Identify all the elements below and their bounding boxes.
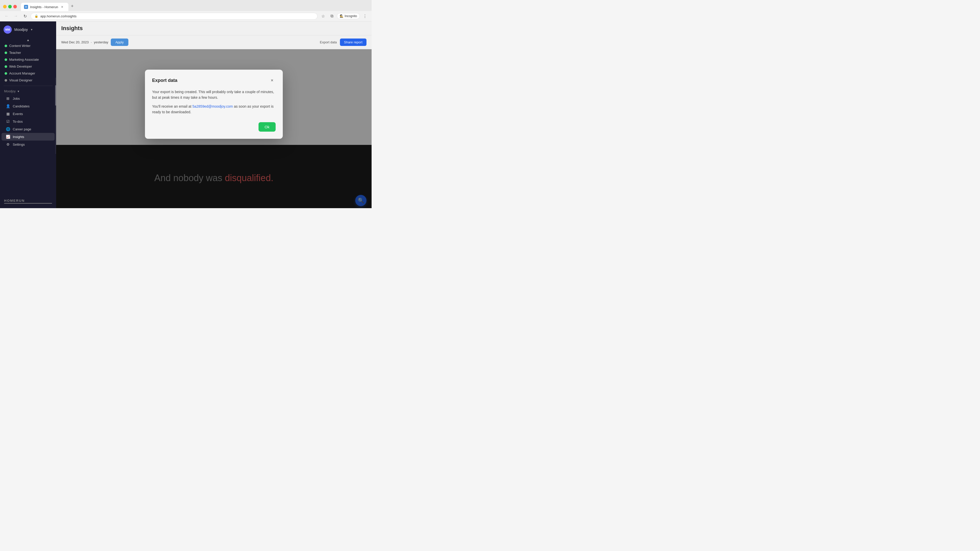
title-bar: H Insights - Homerun ✕ +: [0, 0, 372, 11]
job-item-label: Marketing Associate: [9, 58, 39, 62]
email-link[interactable]: 5a2859ed@moodjoy.com: [192, 104, 233, 108]
job-item[interactable]: Visual Designer: [3, 77, 54, 84]
job-item[interactable]: Marketing Associate: [3, 56, 54, 63]
incognito-icon: 🕵: [340, 14, 344, 18]
sidebar-item-insights[interactable]: 📈 Insights: [2, 133, 55, 141]
main-header: Insights: [56, 21, 372, 35]
new-tab-button[interactable]: +: [68, 2, 76, 11]
sidebar-item-career-page[interactable]: 🌐 Career page: [2, 125, 55, 133]
toolbar: Wed Dec 20, 2023 - yesterday Apply Expor…: [56, 35, 372, 49]
date-separator: -: [91, 40, 92, 44]
lock-icon: 🔒: [35, 14, 38, 18]
split-screen-button[interactable]: ⧉: [328, 13, 335, 20]
sidebar-item-events[interactable]: ▦ Events: [2, 110, 55, 118]
homerun-logo-underline: [4, 203, 52, 203]
tab-favicon: H: [24, 5, 28, 9]
job-list: Content Writer Teacher Marketing Associa…: [0, 42, 56, 84]
back-button[interactable]: ←: [3, 13, 10, 20]
insights-icon: 📈: [6, 135, 10, 139]
job-item-label: Account Manager: [9, 71, 35, 75]
job-item-label: Teacher: [9, 51, 21, 55]
content-area: And nobody was disqualified. 🔍 Export da…: [56, 49, 372, 208]
sidebar-item-todos[interactable]: ☑ To-dos: [2, 118, 55, 125]
scroll-up-button[interactable]: ▲: [0, 38, 56, 42]
export-modal: Export data × Your export is being creat…: [145, 70, 283, 139]
sidebar-item-settings[interactable]: ⚙ Settings: [2, 141, 55, 148]
export-data-button[interactable]: Export data: [320, 40, 337, 44]
incognito-label: Incognito: [345, 14, 357, 18]
minimize-button[interactable]: [3, 5, 6, 8]
modal-footer: Ok: [152, 122, 275, 132]
job-item-label: Visual Designer: [9, 78, 32, 82]
tab-close-button[interactable]: ✕: [60, 5, 64, 9]
career-page-icon: 🌐: [6, 127, 10, 131]
toolbar-right: Export data Share report: [320, 38, 366, 46]
avatar: MM: [3, 25, 12, 34]
section-label: Moodjoy: [4, 89, 16, 93]
close-window-button[interactable]: [13, 5, 17, 8]
date-from[interactable]: Wed Dec 20, 2023: [61, 40, 89, 44]
account-switcher[interactable]: MM Moodjoy ▾: [0, 21, 56, 38]
page-title: Insights: [61, 25, 366, 32]
todos-icon: ☑: [6, 119, 10, 124]
job-item-label: Web Developer: [9, 65, 32, 68]
job-status-dot: [5, 59, 7, 61]
url-bar[interactable]: 🔒 app.homerun.co/insights: [30, 13, 318, 20]
app-layout: MM Moodjoy ▾ ▲ Content Writer Teacher Ma…: [0, 21, 372, 208]
job-item[interactable]: Web Developer: [3, 63, 54, 70]
date-range: Wed Dec 20, 2023 - yesterday: [61, 40, 108, 44]
nav-right-icons: ☆ ⧉ 🕵 Incognito ⋮: [320, 13, 369, 20]
sidebar-item-label: Career page: [13, 127, 31, 131]
main-content: Insights Wed Dec 20, 2023 - yesterday Ap…: [56, 21, 372, 208]
job-item-label: Content Writer: [9, 44, 30, 48]
more-options-button[interactable]: ⋮: [361, 13, 369, 20]
sidebar-item-label: Settings: [13, 143, 25, 146]
jobs-icon: ⊞: [6, 97, 10, 100]
modal-title: Export data: [152, 78, 177, 83]
ok-button[interactable]: Ok: [259, 122, 275, 132]
modal-body-line2: You'll receive an email at 5a2859ed@mood…: [152, 103, 275, 115]
modal-body: Your export is being created. This will …: [152, 89, 275, 115]
settings-icon: ⚙: [6, 142, 10, 146]
browser-chrome: H Insights - Homerun ✕ + ← → ↻ 🔒 app.hom…: [0, 0, 372, 21]
sidebar-item-label: Events: [13, 112, 23, 116]
job-item[interactable]: Account Manager: [3, 70, 54, 77]
modal-close-button[interactable]: ×: [269, 77, 275, 84]
job-status-dot: [5, 79, 7, 82]
sidebar-item-jobs[interactable]: ⊞ Jobs: [2, 95, 55, 102]
forward-button[interactable]: →: [12, 13, 19, 20]
modal-overlay: Export data × Your export is being creat…: [56, 49, 372, 208]
nav-bar: ← → ↻ 🔒 app.homerun.co/insights ☆ ⧉ 🕵 In…: [0, 11, 372, 21]
sidebar-divider: [3, 86, 52, 86]
sidebar-section-title[interactable]: Moodjoy ▾: [0, 88, 56, 95]
active-tab[interactable]: H Insights - Homerun ✕: [21, 3, 68, 11]
sidebar-item-label: Jobs: [13, 97, 20, 100]
incognito-badge[interactable]: 🕵 Incognito: [337, 13, 360, 19]
bookmark-button[interactable]: ☆: [320, 13, 327, 20]
sidebar-item-candidates[interactable]: 👤 Candidates: [2, 102, 55, 110]
sidebar-item-label: Candidates: [13, 104, 30, 108]
body-prefix: You'll receive an email at: [152, 104, 192, 108]
job-item[interactable]: Content Writer: [3, 42, 54, 49]
chevron-down-icon: ▾: [18, 89, 19, 93]
account-name: Moodjoy: [14, 27, 28, 32]
tab-title: Insights - Homerun: [30, 5, 58, 9]
date-to[interactable]: yesterday: [94, 40, 108, 44]
share-report-button[interactable]: Share report: [340, 38, 366, 46]
window-controls: [3, 5, 17, 8]
sidebar: MM Moodjoy ▾ ▲ Content Writer Teacher Ma…: [0, 21, 56, 208]
tab-bar: H Insights - Homerun ✕ +: [21, 2, 76, 11]
maximize-button[interactable]: [8, 5, 12, 8]
apply-button[interactable]: Apply: [111, 38, 128, 46]
modal-header: Export data ×: [152, 77, 275, 84]
sidebar-item-label: Insights: [13, 135, 24, 139]
reload-button[interactable]: ↻: [21, 13, 29, 20]
job-status-dot: [5, 44, 7, 47]
job-status-dot: [5, 65, 7, 68]
events-icon: ▦: [6, 112, 10, 116]
job-item[interactable]: Teacher: [3, 49, 54, 56]
chevron-down-icon: ▾: [31, 28, 32, 32]
modal-body-line1: Your export is being created. This will …: [152, 89, 275, 100]
job-status-dot: [5, 52, 7, 54]
homerun-logo: HOMERUN: [4, 199, 52, 203]
